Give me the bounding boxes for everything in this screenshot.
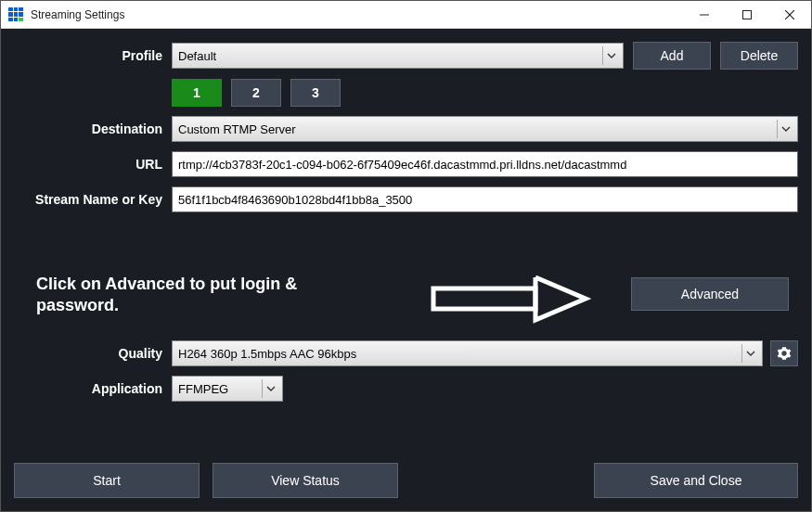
delete-button-label: Delete <box>741 48 778 63</box>
svg-rect-4 <box>433 288 535 309</box>
url-row: URL rtmp://4cb3783f-20c1-c094-b062-6f754… <box>14 151 798 177</box>
minimize-icon <box>700 10 709 19</box>
destination-select[interactable]: Custom RTMP Server <box>172 116 798 142</box>
add-button-label: Add <box>661 48 684 63</box>
tab-1[interactable]: 1 <box>172 79 222 107</box>
gear-icon <box>777 346 792 361</box>
destination-label: Destination <box>14 122 172 136</box>
quality-select[interactable]: H264 360p 1.5mbps AAC 96kbps <box>172 340 763 366</box>
tabs-row: 1 2 3 <box>14 79 798 107</box>
profile-row: Profile Default Add Delete <box>14 42 798 70</box>
page-tabs: 1 2 3 <box>172 79 341 107</box>
chevron-down-icon <box>777 120 793 138</box>
quality-select-value: H264 360p 1.5mbps AAC 96kbps <box>178 347 356 361</box>
streaming-settings-window: Streaming Settings Profile Default <box>0 0 812 512</box>
application-row: Application FFMPEG <box>14 376 798 402</box>
application-select-value: FFMPEG <box>178 382 228 396</box>
profile-select-value: Default <box>178 49 216 63</box>
window-controls <box>683 1 811 28</box>
arrow-annotation-icon <box>428 272 595 327</box>
view-status-button[interactable]: View Status <box>213 463 398 498</box>
stream-key-input-value: 56f1f1bcb4f8463690b1028bd4f1bb8a_3500 <box>178 193 412 207</box>
svg-rect-1 <box>743 10 752 19</box>
profile-label: Profile <box>14 48 172 63</box>
stream-key-row: Stream Name or Key 56f1f1bcb4f8463690b10… <box>14 186 798 212</box>
save-and-close-button[interactable]: Save and Close <box>594 463 798 498</box>
window-title: Streaming Settings <box>31 8 683 21</box>
view-status-button-label: View Status <box>271 473 340 488</box>
quality-label: Quality <box>14 346 172 361</box>
maximize-button[interactable] <box>726 1 768 28</box>
url-input[interactable]: rtmp://4cb3783f-20c1-c094-b062-6f75409ec… <box>172 151 798 177</box>
minimize-button[interactable] <box>683 1 726 28</box>
quality-row: Quality H264 360p 1.5mbps AAC 96kbps <box>14 340 798 366</box>
url-label: URL <box>14 157 172 172</box>
application-label: Application <box>14 381 172 396</box>
client-area: Profile Default Add Delete 1 2 3 <box>1 29 811 511</box>
destination-row: Destination Custom RTMP Server <box>14 116 798 142</box>
tab-2[interactable]: 2 <box>231 79 281 107</box>
delete-profile-button[interactable]: Delete <box>720 42 798 70</box>
chevron-down-icon <box>741 344 758 363</box>
tab-3-label: 3 <box>312 85 319 100</box>
tab-2-label: 2 <box>252 85 260 100</box>
app-logo-icon <box>8 7 23 22</box>
save-close-button-label: Save and Close <box>651 473 742 488</box>
tab-3[interactable]: 3 <box>290 79 341 107</box>
close-button[interactable] <box>768 1 811 28</box>
profile-select[interactable]: Default <box>172 43 624 69</box>
start-button[interactable]: Start <box>14 463 200 498</box>
application-select[interactable]: FFMPEG <box>172 376 283 402</box>
instruction-text: Click on Advanced to put login & passwor… <box>36 274 324 317</box>
maximize-icon <box>742 10 752 19</box>
titlebar: Streaming Settings <box>1 1 811 29</box>
tab-1-label: 1 <box>193 85 200 100</box>
start-button-label: Start <box>93 473 121 488</box>
close-icon <box>785 10 794 19</box>
advanced-button-label: Advanced <box>681 287 739 301</box>
chevron-down-icon <box>262 379 278 398</box>
stream-key-label: Stream Name or Key <box>14 192 172 207</box>
destination-select-value: Custom RTMP Server <box>178 122 296 136</box>
stream-key-input[interactable]: 56f1f1bcb4f8463690b1028bd4f1bb8a_3500 <box>172 186 798 212</box>
quality-settings-button[interactable] <box>770 340 798 366</box>
add-profile-button[interactable]: Add <box>633 42 711 70</box>
url-input-value: rtmp://4cb3783f-20c1-c094-b062-6f75409ec… <box>178 158 626 172</box>
bottom-bar: Start View Status Save and Close <box>14 463 798 498</box>
advanced-button[interactable]: Advanced <box>631 277 789 311</box>
chevron-down-icon <box>602 46 619 65</box>
